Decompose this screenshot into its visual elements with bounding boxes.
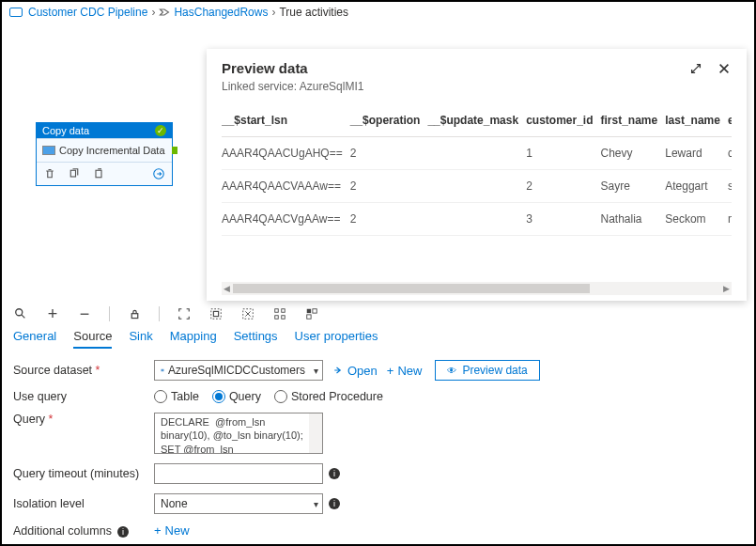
svg-rect-8 bbox=[275, 309, 279, 313]
column-header[interactable]: __$operation bbox=[350, 108, 428, 137]
preview-data-panel: Preview data Linked service: AzureSqlMI1… bbox=[207, 49, 747, 301]
svg-rect-4 bbox=[131, 313, 138, 318]
table-cell: Leward bbox=[665, 137, 728, 170]
svg-rect-10 bbox=[275, 316, 279, 320]
tab-source[interactable]: Source bbox=[73, 329, 112, 349]
use-query-label: Use query bbox=[13, 390, 154, 403]
svg-rect-15 bbox=[161, 369, 163, 371]
fullscreen-icon[interactable] bbox=[240, 306, 255, 321]
query-label: Query bbox=[13, 413, 154, 426]
linked-service-line: Linked service: AzureSqlMI1 bbox=[222, 80, 732, 93]
search-icon[interactable] bbox=[13, 306, 28, 321]
source-dataset-select[interactable]: AzureSqlMICDCCustomers bbox=[154, 360, 323, 381]
lock-icon[interactable] bbox=[127, 306, 142, 321]
new-dataset-button[interactable]: +New bbox=[387, 364, 423, 378]
svg-rect-13 bbox=[313, 309, 316, 313]
radio-query[interactable]: Query bbox=[212, 390, 261, 403]
radio-dot bbox=[274, 390, 287, 403]
tab-sink[interactable]: Sink bbox=[129, 329, 152, 349]
tab-user-properties[interactable]: User properties bbox=[295, 329, 378, 349]
scrollbar-thumb[interactable] bbox=[233, 284, 590, 293]
clone-icon[interactable] bbox=[67, 166, 82, 181]
table-row[interactable]: AAAR4QAACVgAAw==23NathaliaSeckomnseckom2… bbox=[222, 203, 732, 236]
svg-rect-11 bbox=[282, 316, 285, 320]
tab-settings[interactable]: Settings bbox=[234, 329, 278, 349]
radio-label-text: Table bbox=[171, 390, 199, 403]
radio-stored-procedure[interactable]: Stored Procedure bbox=[274, 390, 383, 403]
expand-icon[interactable] bbox=[688, 61, 703, 76]
table-cell: 2 bbox=[350, 203, 428, 236]
preview-title: Preview data bbox=[222, 60, 308, 76]
align-icon[interactable] bbox=[304, 306, 319, 321]
preview-table: __$start_lsn__$operation__$update_maskcu… bbox=[222, 108, 732, 236]
isolation-info-icon[interactable]: i bbox=[329, 498, 340, 509]
radio-label-text: Stored Procedure bbox=[291, 390, 383, 403]
breadcrumb-sep-2: › bbox=[271, 6, 275, 19]
svg-rect-6 bbox=[213, 311, 218, 316]
layout-icon[interactable] bbox=[272, 306, 287, 321]
svg-rect-0 bbox=[70, 170, 75, 177]
table-cell: Seckom bbox=[665, 203, 728, 236]
query-timeout-input[interactable] bbox=[154, 463, 323, 484]
svg-point-3 bbox=[16, 309, 23, 316]
open-dataset-button[interactable]: Open bbox=[332, 364, 378, 378]
column-header[interactable]: email bbox=[728, 108, 732, 137]
breadcrumb-pipeline[interactable]: Customer CDC Pipeline bbox=[28, 6, 147, 19]
table-cell: cleward0@mapy.cz bbox=[728, 137, 732, 170]
query-textarea[interactable]: DECLARE @from_lsn binary(10), @to_lsn bi… bbox=[154, 413, 323, 454]
column-header[interactable]: first_name bbox=[601, 108, 666, 137]
zoom-fit-icon[interactable] bbox=[208, 306, 224, 321]
table-cell: Ateggart bbox=[665, 170, 728, 203]
copy-activity-header: Copy data ✓ bbox=[37, 123, 172, 138]
copy-activity-type: Copy data bbox=[42, 125, 89, 136]
radio-table[interactable]: Table bbox=[154, 390, 199, 403]
copy-activity-body: Copy Incremental Data bbox=[37, 138, 172, 162]
table-cell bbox=[427, 137, 526, 170]
close-icon[interactable] bbox=[717, 61, 732, 76]
table-cell: 2 bbox=[350, 170, 428, 203]
table-cell: nseckom2@blogger.com bbox=[728, 203, 732, 236]
canvas-toolbar: + − bbox=[2, 304, 754, 329]
copy-icon[interactable] bbox=[91, 166, 106, 181]
isolation-level-select[interactable]: None bbox=[154, 493, 323, 514]
tab-general[interactable]: General bbox=[13, 329, 56, 349]
design-canvas[interactable]: Copy data ✓ Copy Incremental Data Previe… bbox=[2, 23, 754, 304]
table-cell: Sayre bbox=[601, 170, 666, 203]
table-cell: Chevy bbox=[601, 137, 666, 170]
zoom-in-icon[interactable]: + bbox=[45, 306, 60, 321]
column-header[interactable]: last_name bbox=[665, 108, 728, 137]
radio-dot bbox=[154, 390, 167, 403]
output-handle[interactable] bbox=[172, 147, 177, 154]
svg-rect-5 bbox=[211, 309, 222, 320]
column-header[interactable]: __$update_mask bbox=[427, 108, 526, 137]
copy-activity-card[interactable]: Copy data ✓ Copy Incremental Data bbox=[36, 122, 173, 186]
table-row[interactable]: AAAR4QAACUgAHQ==21ChevyLewardcleward0@ma… bbox=[222, 137, 732, 170]
preview-data-button[interactable]: 👁Preview data bbox=[435, 360, 539, 381]
radio-dot bbox=[212, 390, 225, 403]
add-column-button[interactable]: +New bbox=[154, 523, 190, 538]
additional-info-icon[interactable]: i bbox=[117, 526, 129, 538]
open-icon[interactable] bbox=[151, 166, 166, 181]
breadcrumb-condition[interactable]: HasChangedRows bbox=[174, 6, 268, 19]
column-header[interactable]: customer_id bbox=[526, 108, 600, 137]
isolation-level-label: Isolation level bbox=[13, 497, 154, 510]
preview-horizontal-scrollbar[interactable]: ◀ ▶ bbox=[222, 282, 732, 295]
fit-icon[interactable] bbox=[177, 306, 192, 321]
breadcrumb-sep-1: › bbox=[151, 6, 155, 19]
zoom-out-icon[interactable]: − bbox=[77, 306, 92, 321]
timeout-info-icon[interactable]: i bbox=[329, 468, 340, 479]
query-timeout-label: Query timeout (minutes) bbox=[13, 467, 154, 480]
validate-ok-icon: ✓ bbox=[155, 125, 166, 136]
delete-icon[interactable] bbox=[42, 166, 57, 181]
copy-activity-toolbar bbox=[37, 162, 172, 185]
table-cell: sateggart1@nih.gov bbox=[728, 170, 732, 203]
properties-tabs: GeneralSourceSinkMappingSettingsUser pro… bbox=[2, 329, 754, 354]
table-cell: 1 bbox=[526, 137, 600, 170]
table-row[interactable]: AAAR4QAACVAAAw==22SayreAteggartsateggart… bbox=[222, 170, 732, 203]
source-form: Source dataset AzureSqlMICDCCustomers Op… bbox=[2, 354, 754, 546]
tab-mapping[interactable]: Mapping bbox=[170, 329, 217, 349]
copy-data-icon bbox=[42, 146, 55, 155]
table-cell: AAAR4QAACVgAAw== bbox=[222, 203, 350, 236]
column-header[interactable]: __$start_lsn bbox=[222, 108, 350, 137]
table-cell: 2 bbox=[350, 137, 428, 170]
